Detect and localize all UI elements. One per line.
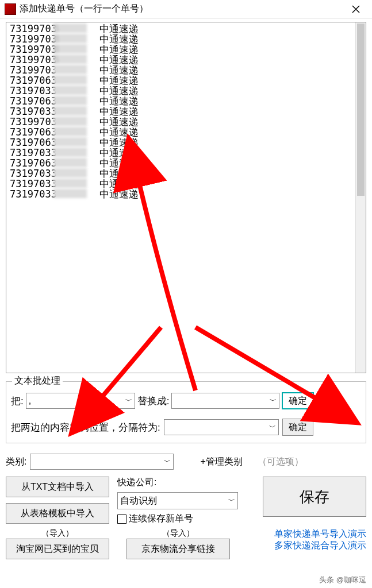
app-icon [5, 3, 16, 15]
window-title: 添加快递单号（一行一个单号） [20, 3, 344, 15]
tracking-row: 73197033 中通速递 [10, 189, 362, 199]
tracking-row: 73197033 中通速递 [10, 148, 362, 158]
tracking-row: 731997035中通速递 [10, 24, 362, 34]
chevron-down-icon: ﹀ [125, 396, 132, 406]
demo-link-single[interactable]: 单家快递单号导入演示 [274, 528, 366, 540]
close-button[interactable] [344, 1, 367, 17]
import-txt-button[interactable]: 从TXT文档中导入 [6, 477, 109, 497]
tracking-row: 73197033 中通速递 [10, 179, 362, 189]
replace-to-combo[interactable]: ﹀ [171, 393, 279, 409]
tracking-row: 73199703 中通速递 [10, 117, 362, 127]
courier-label: 快递公司: [117, 477, 255, 489]
tracking-row: 731997038中通速递 [10, 34, 362, 44]
import-jd-button[interactable]: 京东物流分享链接 [126, 539, 230, 559]
tracking-row: 73197063 中通速递 [10, 127, 362, 137]
demo-link-multi[interactable]: 多家快递混合导入演示 [274, 540, 366, 551]
tracking-row: 73197063 中通速递 [10, 158, 362, 168]
import-table-button[interactable]: 从表格模板中导入 [6, 503, 109, 524]
swap-confirm-button[interactable]: 确定 [282, 419, 313, 436]
swap-label: 把两边的内容对调位置，分隔符为: [11, 421, 160, 434]
chevron-down-icon: ﹀ [269, 423, 276, 432]
manage-category-link[interactable]: +管理类别 [200, 456, 242, 468]
courier-value: 自动识别 [120, 495, 157, 507]
replace-confirm-button[interactable]: 确定 [282, 392, 314, 409]
import-jd-block: （导入） 京东物流分享链接 [126, 528, 230, 559]
batch-group-title: 文本批处理 [12, 375, 63, 387]
courier-combo[interactable]: 自动识别 ﹀ [117, 492, 238, 509]
tracking-row: 73197063 中通速递 [10, 75, 362, 86]
titlebar: 添加快递单号（一行一个单号） [0, 0, 372, 18]
replace-from-label: 把: [11, 394, 24, 408]
save-button[interactable]: 保存 [263, 477, 366, 517]
replace-from-combo[interactable]: , ﹀ [26, 393, 135, 409]
close-icon [352, 5, 360, 13]
tracking-row: 73197033 中通速递 [10, 106, 362, 117]
category-label: 类别: [6, 456, 26, 468]
watermark: 头条 @咖咪逗 [317, 574, 369, 586]
vertical-scrollbar[interactable] [355, 22, 366, 373]
import-taobao-button[interactable]: 淘宝网已买到的宝贝 [6, 539, 109, 559]
replace-to-label: 替换成: [137, 394, 170, 408]
tracking-row: 731997035中通速递 [10, 55, 362, 65]
tracking-textarea[interactable]: 731997035中通速递731997038中通速递731997038中通速递7… [6, 22, 366, 373]
tracking-row: 73197033 中通速递 [10, 86, 362, 96]
category-optional-note: （可选项） [258, 456, 304, 468]
continuous-save-label: 连续保存新单号 [129, 513, 193, 525]
scroll-thumb[interactable] [357, 24, 365, 196]
import-taobao-block: （导入） 淘宝网已买到的宝贝 [6, 528, 109, 559]
tracking-row: 73199703 中通速递 [10, 65, 362, 75]
tracking-row: 73197063 中通速递 [10, 137, 362, 148]
chevron-down-icon: ﹀ [270, 396, 277, 406]
tracking-row: 731997038中通速递 [10, 44, 362, 55]
replace-from-value: , [29, 396, 31, 406]
continuous-save-checkbox[interactable] [117, 514, 126, 524]
tracking-row: 73197063 中通速递 [10, 96, 362, 106]
chevron-down-icon: ﹀ [228, 496, 235, 506]
chevron-down-icon: ﹀ [164, 457, 171, 467]
swap-separator-combo[interactable]: ﹀ [164, 419, 279, 435]
batch-groupbox: 文本批处理 把: , ﹀ 替换成: ﹀ 确定 把两边的内容对调位置，分隔符为: … [6, 381, 366, 443]
tracking-row: 73197033 中通速递 [10, 168, 362, 179]
category-combo[interactable]: ﹀ [30, 454, 174, 470]
